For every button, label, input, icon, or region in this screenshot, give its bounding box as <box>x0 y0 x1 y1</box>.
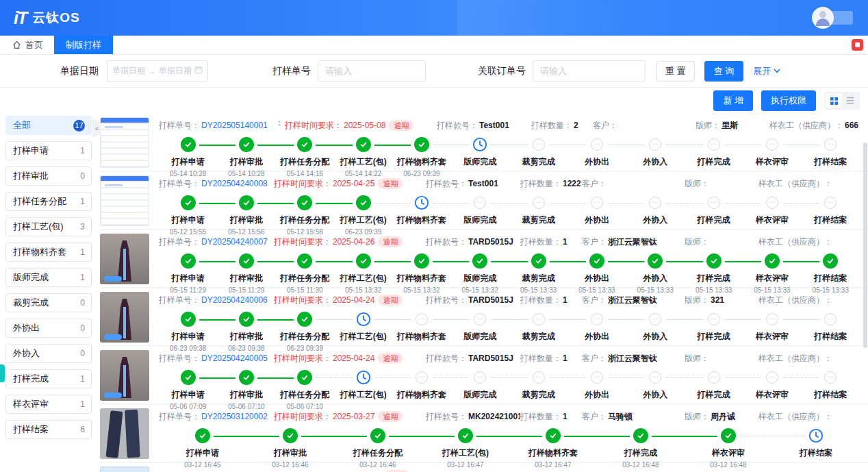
step-done[interactable]: 打样工艺(包)03-12 16:47 <box>422 427 509 469</box>
grid-view-button[interactable] <box>826 93 842 108</box>
product-thumbnail[interactable] <box>100 467 149 472</box>
product-thumbnail[interactable] <box>100 408 149 459</box>
sidebar-item-patternmaker-done[interactable]: 版师完成1 <box>5 268 92 287</box>
step-pending[interactable]: ···样衣评审 <box>743 311 801 352</box>
execute-permission-button[interactable]: 执行权限 <box>761 90 816 111</box>
step-pending[interactable]: ···外协出 <box>567 311 626 352</box>
step-current[interactable]: 打样工艺(包) <box>334 311 392 352</box>
expand-toggle[interactable]: 展开 <box>753 65 780 77</box>
sort-carets[interactable]: ▲▼ <box>274 121 285 129</box>
order-no-link[interactable]: DY202505140001 <box>201 121 268 130</box>
step-done[interactable]: 打样申请05-12 15:55 <box>159 195 217 236</box>
order-no-link[interactable]: DY202503120002 <box>201 412 268 421</box>
step-done[interactable]: 外协入05-15 13:33 <box>626 253 685 294</box>
step-done[interactable]: 打样任务分配05-14 14:16 <box>276 136 334 177</box>
step-pending[interactable]: ···打样完成 <box>685 195 743 236</box>
product-thumbnail[interactable] <box>100 292 149 343</box>
sidebar-item-all[interactable]: 全部17 <box>5 116 92 135</box>
product-thumbnail[interactable] <box>100 234 149 284</box>
step-done[interactable]: 打样工艺(包)06-23 09:39 <box>334 195 392 236</box>
step-done[interactable]: 打样物料齐套03-12 16:47 <box>509 427 597 469</box>
step-done[interactable]: 版师完成05-15 13:32 <box>451 253 509 294</box>
step-pending[interactable]: ···外协入 <box>626 195 685 236</box>
list-view-button[interactable]: ☰ <box>842 93 858 108</box>
sidebar-item-sample-approve[interactable]: 打样审批0 <box>5 166 92 186</box>
sidebar-item-cutting-done[interactable]: 裁剪完成0 <box>5 293 92 312</box>
step-done[interactable]: 打样审批05-14 10:28 <box>217 136 275 177</box>
step-done[interactable]: 打样任务分配05-15 11:30 <box>276 253 334 294</box>
sidebar-item-sample-closed[interactable]: 打样结案6 <box>5 420 92 439</box>
step-pending[interactable]: ···裁剪完成 <box>509 136 567 177</box>
step-pending[interactable]: ···裁剪完成 <box>509 369 567 410</box>
step-pending[interactable]: ···外协入 <box>626 369 685 410</box>
step-done[interactable]: 打样任务分配03-12 16:46 <box>334 427 422 469</box>
sidebar-item-task-assign[interactable]: 打样任务分配1 <box>5 192 92 211</box>
scrollbar-thumb[interactable] <box>863 142 867 348</box>
date-range-input[interactable]: 单据日期... → 单据日期... <box>107 60 208 82</box>
step-pending[interactable]: ···样衣评审 <box>743 136 801 177</box>
step-done[interactable]: 打样申请05-06 07:09 <box>159 369 217 410</box>
reset-button[interactable]: 重 置 <box>656 61 695 82</box>
step-pending[interactable]: ···版师完成 <box>451 195 509 236</box>
order-no-link[interactable]: DY202504240008 <box>201 179 268 188</box>
step-done[interactable]: 打样任务分配06-23 09:39 <box>276 311 334 352</box>
search-button[interactable]: 查 询 <box>704 61 744 82</box>
step-pending[interactable]: ···版师完成 <box>451 311 509 352</box>
step-pending[interactable]: ···打样结案 <box>802 195 860 236</box>
step-pending[interactable]: ···样衣评审 <box>743 369 801 410</box>
floating-tool-icon[interactable] <box>852 39 863 51</box>
step-done[interactable]: 打样申请06-23 09:38 <box>159 311 217 352</box>
sample-no-input[interactable] <box>318 60 426 82</box>
step-pending[interactable]: ···外协入 <box>626 311 685 352</box>
side-drawer-handle[interactable] <box>0 364 5 382</box>
step-pending[interactable]: ···外协出 <box>567 195 626 236</box>
step-pending[interactable]: ···打样结案 <box>802 311 860 352</box>
sidebar-item-sample-done[interactable]: 打样完成1 <box>5 369 92 388</box>
sidebar-item-garment-review[interactable]: 样衣评审1 <box>5 395 92 414</box>
avatar[interactable] <box>812 7 834 29</box>
related-order-input[interactable] <box>533 60 646 82</box>
step-done[interactable]: 打样审批06-23 09:38 <box>217 311 275 352</box>
product-thumbnail[interactable] <box>100 350 149 401</box>
sidebar-item-outsource-in[interactable]: 外协入0 <box>5 344 92 363</box>
step-pending[interactable]: ···打样完成 <box>685 136 743 177</box>
step-done[interactable]: 打样审批05-06 07:10 <box>217 369 275 410</box>
step-done[interactable]: 打样工艺(包)05-15 13:32 <box>334 253 392 294</box>
step-current[interactable]: 打样结案 <box>772 427 860 469</box>
step-pending[interactable]: ···打样物料齐套 <box>392 369 450 410</box>
step-pending[interactable]: ···裁剪完成 <box>509 195 567 236</box>
step-done[interactable]: 打样任务分配05-06 07:10 <box>276 369 334 410</box>
sidebar-item-outsource-out[interactable]: 外协出0 <box>5 319 92 338</box>
step-pending[interactable]: ···外协出 <box>567 369 626 410</box>
order-no-link[interactable]: DY202504240005 <box>201 353 268 363</box>
step-done[interactable]: 打样申请03-12 16:45 <box>159 427 246 469</box>
step-done[interactable]: 打样结案05-15 13:33 <box>802 253 860 294</box>
step-pending[interactable]: ···打样物料齐套 <box>392 311 450 352</box>
step-current[interactable]: 版师完成 <box>451 136 509 177</box>
step-done[interactable]: 打样完成03-12 16:48 <box>597 427 685 469</box>
step-done[interactable]: 打样审批05-12 15:56 <box>217 195 275 236</box>
step-done[interactable]: 打样申请05-15 11:29 <box>159 253 217 294</box>
sidebar-item-material-ready[interactable]: 打样物料齐套1 <box>5 243 92 262</box>
step-pending[interactable]: ···裁剪完成 <box>509 311 567 352</box>
step-pending[interactable]: ···样衣评审 <box>743 195 801 236</box>
step-pending[interactable]: ···打样结案 <box>802 369 860 410</box>
step-current[interactable]: 打样物料齐套 <box>392 195 450 236</box>
step-pending[interactable]: ···打样完成 <box>685 369 743 410</box>
sidebar-item-sample-apply[interactable]: 打样申请1 <box>5 141 92 160</box>
order-no-link[interactable]: DY202504240007 <box>201 237 268 247</box>
step-done[interactable]: 打样任务分配05-12 15:58 <box>276 195 334 236</box>
step-done[interactable]: 裁剪完成05-15 13:33 <box>509 253 567 294</box>
step-done[interactable]: 打样完成05-15 13:33 <box>685 253 743 294</box>
step-pending[interactable]: ···外协入 <box>626 136 685 177</box>
add-button[interactable]: 新 增 <box>713 90 753 111</box>
step-done[interactable]: 样衣评审03-12 16:48 <box>685 427 772 469</box>
tab-home[interactable]: 首页 <box>11 36 54 54</box>
step-pending[interactable]: ···版师完成 <box>451 369 509 410</box>
tab-pattern-sampling[interactable]: 制版打样 <box>54 36 113 54</box>
product-thumbnail[interactable] <box>100 175 149 226</box>
step-done[interactable]: 外协出05-15 13:33 <box>567 253 626 294</box>
step-done[interactable]: 打样物料齐套06-23 09:39 <box>392 136 450 177</box>
step-done[interactable]: 打样申请05-14 10:28 <box>159 136 217 177</box>
step-done[interactable]: 打样物料齐套05-15 13:32 <box>392 253 450 294</box>
